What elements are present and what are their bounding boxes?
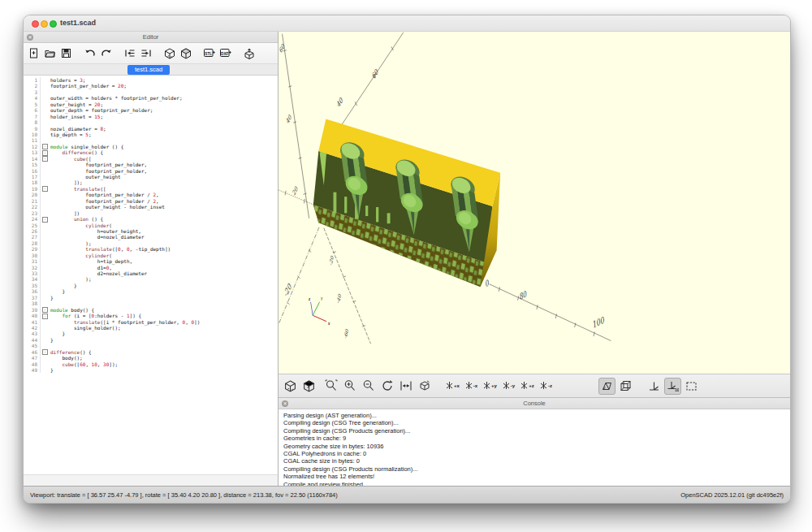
code-line[interactable]: 16 footprint_per_holder, [24,168,278,174]
svg-text:x: x [328,320,330,326]
view-plus-z-button[interactable]: +z [519,378,536,395]
code-line[interactable]: 15 footprint_per_holder, [24,162,278,167]
code-line[interactable]: 25 cylinder( [24,223,278,228]
editor-horizontal-scrollbar[interactable] [24,474,278,486]
unindent-button[interactable] [123,45,136,61]
editor-tab-bar: test1.scad [24,64,278,76]
code-line[interactable]: 46-difference() { [24,349,278,355]
code-line[interactable]: 29 translate([0, 0, -tip_depth]) [24,246,278,252]
view-all-button[interactable] [397,378,414,395]
code-line[interactable]: 33 d2=nozel_diameter [24,270,278,276]
code-line[interactable]: 32 d1=0, [24,265,278,270]
show-axes-button[interactable] [646,378,663,395]
editor-pane: ✕ Editor STL DXF [24,32,279,486]
code-line[interactable]: 43 } [24,331,278,336]
show-scale-markers-button[interactable]: 10 [664,378,681,395]
code-line[interactable]: 12-module single_holder () { [24,144,278,149]
indent-button[interactable] [139,45,153,61]
redo-button[interactable] [99,45,113,61]
code-line[interactable]: 19- translate([ [24,186,278,192]
version-text: OpenSCAD 2025.12.01 (git dc495e2f) [680,491,784,499]
code-line[interactable]: 5outer_height = 20; [24,102,278,107]
render-button[interactable] [179,45,192,61]
code-line[interactable]: 20 footprint_per_holder / 2, [24,192,278,197]
orthogonal-view-button[interactable] [617,378,634,395]
code-line[interactable]: 41 translate([i * footprint_per_holder, … [24,319,278,325]
title-bar[interactable]: test1.scad [24,15,790,32]
view-minus-y-button[interactable]: -y [500,378,517,395]
code-line[interactable]: 44} [24,337,278,343]
close-icon[interactable]: ✕ [282,400,288,407]
view-center-button[interactable] [416,378,433,395]
svg-text:10: 10 [675,387,679,392]
code-line[interactable]: 11 [24,137,278,143]
code-line[interactable]: 4outer_width = holders * footprint_per_h… [24,95,278,101]
code-line[interactable]: 24- union () { [24,216,278,222]
render-cube-button[interactable] [300,378,317,395]
code-line[interactable]: 18 ]); [24,179,278,185]
view-plus-x-button[interactable]: +x [444,378,461,395]
code-line[interactable]: 1holders = 3; [24,77,278,83]
code-line[interactable]: 10tip_depth = 5; [24,132,278,137]
preview-cube-button[interactable] [282,378,299,395]
close-window-button[interactable] [32,20,39,28]
code-line[interactable]: 40- for (i = [0:holders - 1]) { [24,313,278,318]
code-line[interactable]: 22 outer_height - holder_inset [24,204,278,210]
code-line[interactable]: 13- difference() { [24,149,278,155]
show-edges-button[interactable] [683,378,700,395]
code-line[interactable]: 35 } [24,283,278,288]
code-line[interactable]: 23 ]) [24,210,278,216]
undo-button[interactable] [83,45,97,61]
zoom-in-button[interactable] [341,378,358,395]
code-line[interactable]: 34 ); [24,276,278,282]
reset-view-button[interactable] [378,378,395,395]
maximize-window-button[interactable] [50,20,57,28]
tab-test1-scad[interactable]: test1.scad [127,65,170,75]
minimize-window-button[interactable] [41,20,48,28]
code-line[interactable]: 9nozel_diameter = 8; [24,126,278,132]
view-minus-z-button[interactable]: -z [538,378,555,395]
code-line[interactable]: 28 ); [24,240,278,246]
view-plus-y-button[interactable]: +y [482,378,499,395]
code-line[interactable]: 17 outer_height [24,174,278,179]
code-editor[interactable]: 1holders = 3;2footprint_per_holder = 20;… [24,76,278,474]
export-stl-button[interactable]: STL [202,45,216,61]
zoom-all-button[interactable] [322,378,339,395]
code-line[interactable]: 45 [24,343,278,348]
code-line[interactable]: 6outer_depth = footprint_per_holder; [24,107,278,113]
export-dxf-button[interactable]: DXF [218,45,232,61]
perspective-view-button[interactable] [598,378,615,395]
code-line[interactable]: 3 [24,89,278,95]
preview-button[interactable] [162,45,176,61]
code-line[interactable]: 39-module body() { [24,307,278,313]
close-icon[interactable]: ✕ [27,34,33,41]
desktop: test1.scad ✕ Editor [0,0,812,532]
code-line[interactable]: 21 footprint_per_holder / 2, [24,198,278,204]
code-line[interactable]: 49} [24,367,278,373]
code-line[interactable]: 27 d=nozel_diameter [24,234,278,240]
new-file-button[interactable] [27,45,41,61]
code-line[interactable]: 14- cube([ [24,156,278,162]
console-output[interactable]: Parsing design (AST generation)...Compil… [279,409,790,486]
code-line[interactable]: 31 h=tip_depth, [24,258,278,264]
open-file-button[interactable] [43,45,57,61]
code-line[interactable]: 8 [24,119,278,125]
code-line[interactable]: 2footprint_per_holder = 20; [24,83,278,89]
console-line: Geometries in cache: 9 [283,435,785,442]
code-line[interactable]: 42 single_holder(); [24,325,278,331]
code-line[interactable]: 36 } [24,288,278,294]
view-minus-x-button[interactable]: -x [463,378,480,395]
code-line[interactable]: 37} [24,295,278,301]
code-line[interactable]: 26 h=outer_height, [24,228,278,234]
code-line[interactable]: 38 [24,301,278,306]
3d-viewport[interactable]: 6040204060080100-20-20-40-60 [279,32,790,374]
window-title: test1.scad [60,19,96,27]
zoom-out-button[interactable] [360,378,377,395]
code-line[interactable]: 30 cylinder( [24,253,278,258]
code-line[interactable]: 48 cube([60, 10, 30]); [24,361,278,367]
send-to-printer-button[interactable] [242,45,256,61]
code-line[interactable]: 47 body(); [24,355,278,361]
code-line[interactable]: 7holder_inset = 15; [24,114,278,119]
right-column: 6040204060080100-20-20-40-60 [279,32,790,486]
save-button[interactable] [59,45,73,61]
